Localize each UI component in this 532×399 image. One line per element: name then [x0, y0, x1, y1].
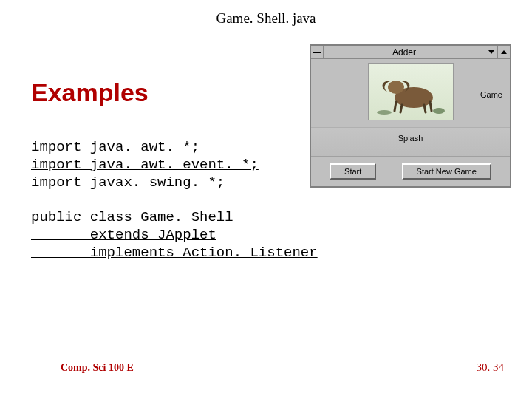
slide-heading: Examples — [31, 78, 149, 107]
applet-window: Adder Game Splash Start Start New Game — [310, 44, 511, 188]
code-line: public class Game. Shell — [31, 209, 233, 225]
footer-page-number: 30. 34 — [477, 361, 505, 374]
applet-title: Adder — [324, 46, 485, 58]
svg-point-2 — [433, 108, 445, 114]
applet-button-row: Start Start New Game — [311, 157, 510, 186]
applet-minimize-button[interactable] — [485, 46, 497, 58]
svg-point-3 — [377, 110, 392, 115]
applet-titlebar: Adder — [311, 46, 510, 59]
code-line: import java. awt. event. *; — [31, 157, 259, 173]
triangle-up-icon — [501, 50, 507, 54]
code-line: import java. awt. *; — [31, 139, 200, 155]
menu-icon — [313, 52, 321, 53]
code-line: import javax. swing. *; — [31, 174, 225, 191]
triangle-down-icon — [488, 50, 494, 54]
code-example: import java. awt. *; import java. awt. e… — [31, 139, 318, 262]
applet-system-menu[interactable] — [311, 46, 324, 58]
start-new-game-button[interactable]: Start New Game — [402, 163, 491, 180]
start-button[interactable]: Start — [330, 163, 376, 180]
applet-maximize-button[interactable] — [497, 46, 510, 58]
code-line: extends JApplet — [31, 227, 216, 243]
ram-image — [368, 63, 454, 120]
source-filename: Game. Shell. java — [0, 10, 532, 27]
game-label: Game — [480, 90, 502, 99]
code-line: implements Action. Listener — [31, 245, 318, 261]
applet-game-panel: Game — [311, 59, 510, 127]
svg-point-1 — [388, 81, 404, 94]
splash-label: Splash — [311, 127, 510, 157]
footer-course: Comp. Sci 100 E — [61, 362, 134, 374]
ram-icon — [374, 66, 448, 117]
